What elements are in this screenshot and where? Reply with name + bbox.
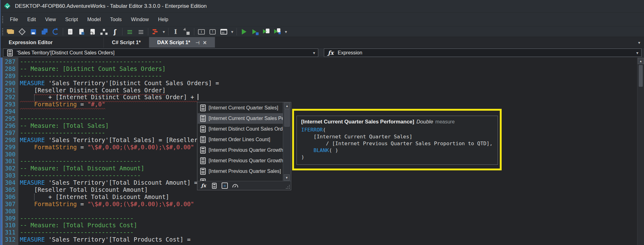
code-line[interactable]: ------------------------ [20,115,219,122]
best-practice-analyzer-button[interactable] [150,27,161,36]
code-line[interactable]: + [Internet Distinct Count Sales Order] … [20,94,219,101]
code-line[interactable]: -- Measure: [Total Products Cost] [20,222,219,229]
save-button[interactable] [28,27,39,36]
view-options-more-button[interactable] [229,27,235,36]
code-line[interactable]: ---------------------------------- [20,158,219,165]
bpa-options-button[interactable] [161,27,167,36]
code-line[interactable]: FormatString = "\$#,0.00;(\$#,0.00);\$#,… [20,144,219,151]
expression-selector-combobox[interactable]: Expression ▾ [324,49,642,57]
code-line[interactable] [20,151,219,158]
code-line[interactable]: MEASURE 'Sales Territory'[Distinct Count… [20,80,219,87]
scroll-up-icon[interactable]: ▲ [638,58,644,64]
open-button[interactable] [5,27,16,36]
save-all-icon [40,28,48,36]
popup-item[interactable]: [Internet Previous Quarter Growth] [198,145,283,155]
popup-item[interactable]: [Internet Previous Quarter Sales] [198,166,283,177]
run-script-button[interactable] [261,27,272,36]
titlebar[interactable]: DESKTOP-4FOPB60.AdventureWorks - Tabular… [1,0,644,12]
tab-c-script-1[interactable]: C# Script 1* [104,37,149,48]
format-dax-button[interactable] [170,27,181,36]
find-button[interactable] [87,27,98,36]
code-line[interactable]: [Reseller Total Discount Amount] [20,186,219,193]
view-options-button[interactable] [218,27,229,36]
run-script-and-save-button[interactable] [272,27,283,36]
deploy-model-button[interactable] [16,27,28,36]
menu-item-file[interactable]: File [5,13,23,26]
popup-item[interactable]: [Internet Order Lines Count] [198,134,283,145]
refresh-button[interactable] [50,27,61,36]
code-line[interactable]: FormatString = "#,0" [20,101,219,108]
popup-scrollbar[interactable]: ▲ ▼ [283,102,291,181]
window-layout-button[interactable] [196,27,207,36]
popup-item[interactable] [198,177,283,181]
code-line[interactable] [20,108,219,115]
play-document-save-icon [274,28,282,36]
popup-item[interactable]: [Internet Previous Quarter Growth Perfor… [198,155,283,166]
expression-selector-chevron-down-icon[interactable]: ▾ [636,50,638,55]
comments-button[interactable] [207,27,218,36]
import-table-button[interactable] [181,27,192,36]
save-all-button[interactable] [39,27,50,36]
code-line[interactable]: ---------------------------------------- [20,58,219,65]
tabstrip-chevron-down-icon[interactable]: ▾ [638,40,640,45]
code-line[interactable]: -------------------------------- [20,229,219,236]
code-line[interactable]: FormatString = "\$#,0.00;(\$#,0.00);\$#,… [20,201,219,208]
popup-resize-grip[interactable] [285,184,290,189]
menu-item-view[interactable]: View [40,13,60,26]
menu-item-model[interactable]: Model [83,13,106,26]
code-line[interactable]: MEASURE 'Sales Territory'[Total Products… [20,236,219,243]
popup-item[interactable]: [Internet Current Quarter Sales] [198,103,283,113]
scrollbar-thumb[interactable] [639,65,643,87]
expand-all-button[interactable] [124,27,135,36]
popup-item[interactable]: [Internet Distinct Count Sales Orders] [198,124,283,134]
list-collapse-icon [137,28,145,36]
measure-selector-chevron-down-icon[interactable]: ▾ [313,50,315,55]
tab-expression-editor[interactable]: Expression Editor [1,37,104,48]
editor-vertical-scrollbar[interactable]: ▲ [637,58,644,245]
code-line[interactable]: -- Measure: [Distinct Count Sales Orders… [20,65,219,72]
code-line[interactable]: -- Measure: [Total Sales] [20,122,219,129]
gauge-filter-button[interactable] [232,182,239,189]
hierarchy-view-button[interactable] [98,27,109,36]
run-options-button[interactable] [283,27,289,36]
tab-dax-script-1[interactable]: DAX Script 1*× [149,37,215,48]
code-line[interactable]: ---------------------------------------- [20,72,219,80]
menu-item-script[interactable]: Script [61,13,83,26]
tooltip-code-line: / [Internet Previous Quarter Sales Propo… [301,140,498,147]
code-line[interactable]: ------------------------ [20,129,219,136]
popup-scroll-down-icon[interactable]: ▼ [284,174,290,181]
run-and-save-button[interactable] [250,27,261,36]
code-line[interactable]: + [Internet Total Discount Amount] [20,193,219,201]
code-line[interactable]: -------------------------------- [20,215,219,222]
line-number: 312 [4,236,16,243]
menu-item-window[interactable]: Window [126,13,154,26]
popup-item-label: [Internet Previous Quarter Growth Perfor… [209,158,283,164]
code-line[interactable]: -- Measure: [Total Discount Amount] [20,165,219,172]
close-icon[interactable]: × [203,39,207,46]
measure-selector-combobox[interactable]: 'Sales Territory'[Distinct Count Sales O… [3,49,318,57]
popup-item[interactable]: [Internet Current Quarter Sales Performa… [198,113,283,124]
code-content[interactable]: ----------------------------------------… [20,58,219,243]
equals-filter-button[interactable] [221,182,228,189]
collapse-all-button[interactable] [135,27,146,36]
popup-scroll-up-icon[interactable]: ▲ [284,103,290,109]
menu-item-help[interactable]: Help [154,13,173,26]
diagram-button[interactable] [76,27,87,36]
menu-item-edit[interactable]: Edit [23,13,41,26]
toolbar-grip[interactable] [2,28,3,35]
pin-icon[interactable] [195,40,200,44]
menu-item-tools[interactable]: Tools [105,13,126,26]
new-script-button[interactable] [109,27,121,36]
code-line[interactable]: [Reseller Distinct Count Sales Order] [20,87,219,94]
code-line[interactable]: MEASURE 'Sales Territory'[Total Discount… [20,179,219,186]
calculator-filter-button[interactable] [210,182,218,189]
run-button[interactable] [238,27,250,36]
popup-scrollbar-thumb[interactable] [284,109,290,127]
code-line[interactable]: MEASURE 'Sales Territory'[Total Sales] =… [20,136,219,144]
new-document-button[interactable] [65,27,76,36]
toolbar-separator [63,28,63,35]
fx-filter-button[interactable] [200,182,207,189]
menubar-grip[interactable] [2,16,3,23]
code-line[interactable] [20,208,219,215]
code-line[interactable]: ---------------------------------- [20,172,219,179]
